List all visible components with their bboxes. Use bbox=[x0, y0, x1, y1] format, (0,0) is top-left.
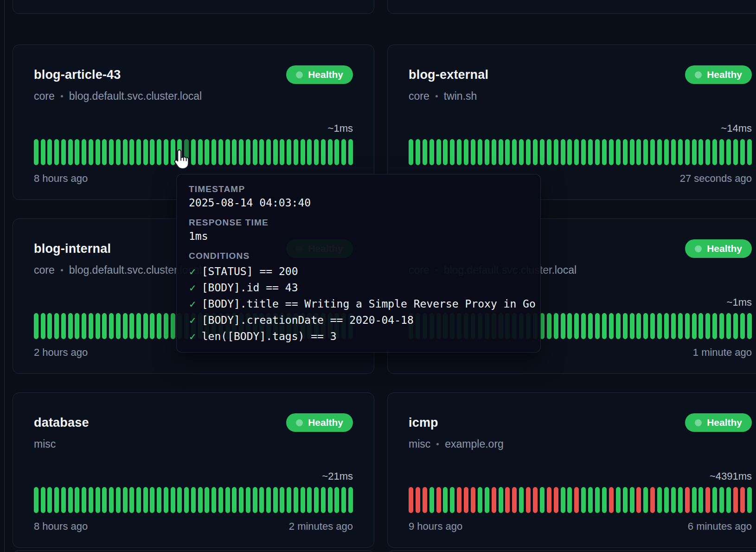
health-bar-success[interactable] bbox=[712, 313, 717, 339]
health-bar-success[interactable] bbox=[61, 139, 66, 165]
health-bar-success[interactable] bbox=[150, 313, 154, 339]
health-bar-success[interactable] bbox=[609, 139, 614, 165]
health-bar-success[interactable] bbox=[643, 313, 648, 339]
health-bar-success[interactable] bbox=[623, 487, 628, 513]
health-bar-success[interactable] bbox=[321, 487, 326, 513]
health-bar-success[interactable] bbox=[54, 487, 59, 513]
health-bar-failure[interactable] bbox=[492, 487, 496, 513]
health-bar-success[interactable] bbox=[198, 139, 203, 165]
health-bar-success[interactable] bbox=[595, 139, 600, 165]
health-bar-success[interactable] bbox=[136, 139, 141, 165]
endpoint-card[interactable]: icmpHealthymiscexample.org~4391ms9 hours… bbox=[387, 392, 756, 548]
health-bar-failure[interactable] bbox=[547, 487, 551, 513]
health-bar-success[interactable] bbox=[321, 139, 326, 165]
health-bar-success[interactable] bbox=[726, 139, 731, 165]
endpoint-card[interactable]: databaseHealthymisc~21ms8 hours ago2 min… bbox=[13, 392, 374, 548]
health-bar-success[interactable] bbox=[712, 487, 717, 513]
health-bar-success[interactable] bbox=[602, 487, 607, 513]
health-bar-success[interactable] bbox=[567, 313, 572, 339]
health-bar-success[interactable] bbox=[678, 139, 683, 165]
health-bar-success[interactable] bbox=[719, 487, 724, 513]
health-bar-failure[interactable] bbox=[733, 487, 738, 513]
health-bar-success[interactable] bbox=[429, 487, 434, 513]
health-bar-success[interactable] bbox=[89, 139, 93, 165]
health-bar-success[interactable] bbox=[664, 139, 669, 165]
health-bar-success[interactable] bbox=[41, 487, 45, 513]
health-bar-failure[interactable] bbox=[505, 487, 510, 513]
health-bar-success[interactable] bbox=[671, 487, 676, 513]
health-bar-success[interactable] bbox=[307, 487, 312, 513]
health-bar-success[interactable] bbox=[109, 139, 114, 165]
health-bar-success[interactable] bbox=[567, 139, 572, 165]
health-bar-failure[interactable] bbox=[457, 487, 461, 513]
health-bar-success[interactable] bbox=[429, 139, 434, 165]
health-bar-success[interactable] bbox=[68, 487, 73, 513]
health-bar-success[interactable] bbox=[273, 487, 278, 513]
health-bar-success[interactable] bbox=[464, 139, 468, 165]
health-bar-success[interactable] bbox=[82, 313, 86, 339]
health-bar-success[interactable] bbox=[171, 139, 175, 165]
health-bar-success[interactable] bbox=[259, 487, 264, 513]
health-bar-success[interactable] bbox=[102, 313, 107, 339]
health-bar-success[interactable] bbox=[177, 487, 182, 513]
health-bar-success[interactable] bbox=[643, 139, 648, 165]
health-bar-success[interactable] bbox=[116, 487, 121, 513]
health-bar-failure[interactable] bbox=[705, 487, 710, 513]
health-bar-success[interactable] bbox=[239, 139, 243, 165]
health-bar-success[interactable] bbox=[41, 313, 45, 339]
health-bar-success[interactable] bbox=[47, 313, 52, 339]
health-bar-success[interactable] bbox=[157, 487, 161, 513]
health-bar-success[interactable] bbox=[184, 487, 189, 513]
health-bar-success[interactable] bbox=[143, 139, 148, 165]
health-bar-success[interactable] bbox=[602, 313, 607, 339]
health-bar-success[interactable] bbox=[348, 487, 353, 513]
health-bar-success[interactable] bbox=[623, 313, 628, 339]
health-bar-success[interactable] bbox=[409, 139, 413, 165]
health-bar-success[interactable] bbox=[457, 139, 461, 165]
health-bar-success[interactable] bbox=[109, 313, 114, 339]
health-bar-success[interactable] bbox=[273, 139, 278, 165]
health-bar-success[interactable] bbox=[246, 487, 250, 513]
health-bar-success[interactable] bbox=[287, 139, 291, 165]
health-bar-success[interactable] bbox=[136, 487, 141, 513]
health-bar-success[interactable] bbox=[266, 487, 271, 513]
health-bar-success[interactable] bbox=[719, 313, 724, 339]
health-bar-success[interactable] bbox=[198, 487, 203, 513]
health-bar-success[interactable] bbox=[136, 313, 141, 339]
health-bar-success[interactable] bbox=[116, 313, 121, 339]
health-bar-success[interactable] bbox=[89, 487, 93, 513]
health-bar-success[interactable] bbox=[636, 313, 641, 339]
health-bar-success[interactable] bbox=[485, 487, 489, 513]
health-bar-success[interactable] bbox=[123, 313, 128, 339]
health-bar-success[interactable] bbox=[554, 139, 558, 165]
health-bar-success[interactable] bbox=[492, 139, 496, 165]
health-bar-success[interactable] bbox=[205, 487, 209, 513]
health-bar-success[interactable] bbox=[698, 313, 703, 339]
health-bar-success[interactable] bbox=[191, 139, 196, 165]
health-bar-success[interactable] bbox=[218, 139, 223, 165]
health-bar-success[interactable] bbox=[609, 313, 614, 339]
health-bar-success[interactable] bbox=[547, 313, 551, 339]
health-bar-success[interactable] bbox=[450, 139, 455, 165]
health-bar-success[interactable] bbox=[685, 139, 690, 165]
health-bar-failure[interactable] bbox=[416, 487, 420, 513]
health-bar-failure[interactable] bbox=[526, 487, 531, 513]
health-bar-success[interactable] bbox=[650, 313, 655, 339]
health-bar-success[interactable] bbox=[712, 139, 717, 165]
health-bar-success[interactable] bbox=[54, 139, 59, 165]
health-bar-success[interactable] bbox=[253, 139, 257, 165]
health-bar-success[interactable] bbox=[75, 487, 79, 513]
health-bar-success[interactable] bbox=[657, 487, 662, 513]
health-bar-success[interactable] bbox=[733, 139, 738, 165]
health-bar-success[interactable] bbox=[75, 313, 79, 339]
health-bar-success[interactable] bbox=[341, 139, 346, 165]
health-bar-success[interactable] bbox=[581, 313, 586, 339]
health-bar-success[interactable] bbox=[307, 139, 312, 165]
health-bar-success[interactable] bbox=[301, 487, 305, 513]
health-bar-success[interactable] bbox=[184, 139, 189, 165]
health-bar-success[interactable] bbox=[519, 487, 524, 513]
health-bar-success[interactable] bbox=[129, 139, 134, 165]
health-bar-success[interactable] bbox=[512, 139, 517, 165]
health-bar-success[interactable] bbox=[664, 313, 669, 339]
health-bar-success[interactable] bbox=[630, 313, 634, 339]
